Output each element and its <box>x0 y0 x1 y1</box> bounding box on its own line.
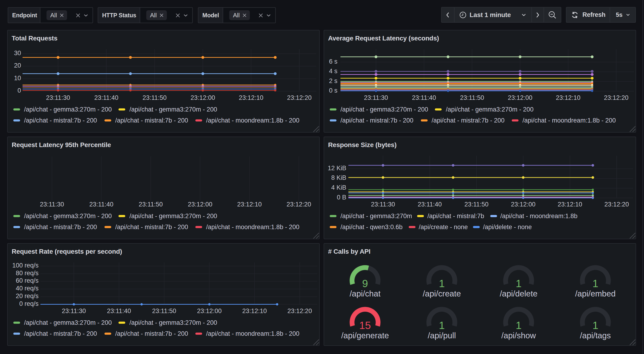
svg-text:/api/chat - gemma3:270m - 200: /api/chat - gemma3:270m - 200 <box>24 213 112 220</box>
svg-text:/api/chat - gemma3:270m - 200: /api/chat - gemma3:270m - 200 <box>24 319 112 326</box>
svg-text:1: 1 <box>439 319 445 331</box>
svg-text:30: 30 <box>14 50 21 57</box>
svg-text:/api/delete - none: /api/delete - none <box>483 223 532 231</box>
svg-text:23:11:40: 23:11:40 <box>418 201 442 208</box>
svg-text:/api/chat - moondream:1.8b - 2: /api/chat - moondream:1.8b - 200 <box>206 117 299 124</box>
svg-text:/api/chat - mistral:7b - 200: /api/chat - mistral:7b - 200 <box>432 117 504 124</box>
svg-text:/api/embed: /api/embed <box>575 289 616 298</box>
svg-text:/api/tags: /api/tags <box>580 331 611 340</box>
svg-text:23:12:00: 23:12:00 <box>508 94 532 101</box>
svg-text:23:12:10: 23:12:10 <box>556 94 580 101</box>
svg-text:23:11:50: 23:11:50 <box>464 201 488 208</box>
svg-text:15: 15 <box>359 319 371 331</box>
svg-text:20 req/s: 20 req/s <box>16 292 38 299</box>
svg-text:8 KiB: 8 KiB <box>331 174 346 181</box>
svg-text:23:11:50: 23:11:50 <box>460 94 484 101</box>
svg-text:23:12:00: 23:12:00 <box>511 201 535 208</box>
svg-text:/api/chat - mistral:7b - 200: /api/chat - mistral:7b - 200 <box>115 330 188 337</box>
svg-text:/api/chat - gemma3:270m: /api/chat - gemma3:270m <box>340 213 412 220</box>
svg-text:/api/chat - mistral:7b - 200: /api/chat - mistral:7b - 200 <box>24 117 97 124</box>
svg-text:4 s: 4 s <box>329 68 338 75</box>
svg-text:23:11:50: 23:11:50 <box>152 307 176 314</box>
svg-text:/api/create: /api/create <box>423 289 461 298</box>
svg-text:23:12:00: 23:12:00 <box>188 201 212 208</box>
svg-text:23:12:10: 23:12:10 <box>239 94 263 101</box>
svg-text:23:11:40: 23:11:40 <box>89 201 113 208</box>
svg-text:/api/create - none: /api/create - none <box>419 223 468 231</box>
svg-text:/api/chat - moondream:1.8b - 2: /api/chat - moondream:1.8b - 200 <box>522 117 616 124</box>
svg-text:/api/chat - moondream:1.8b: /api/chat - moondream:1.8b <box>500 213 578 220</box>
svg-text:9: 9 <box>362 277 368 289</box>
svg-text:/api/generate: /api/generate <box>341 331 389 340</box>
svg-text:23:12:10: 23:12:10 <box>237 201 262 208</box>
svg-text:23:11:40: 23:11:40 <box>94 94 118 101</box>
svg-text:23:11:50: 23:11:50 <box>142 94 166 101</box>
svg-text:20: 20 <box>14 62 21 69</box>
svg-text:23:11:50: 23:11:50 <box>138 201 163 208</box>
svg-text:1: 1 <box>439 277 445 289</box>
svg-text:/api/chat - mistral:7b - 200: /api/chat - mistral:7b - 200 <box>24 223 97 231</box>
svg-text:/api/delete: /api/delete <box>500 289 538 298</box>
svg-text:/api/chat - gemma3:270m - 200: /api/chat - gemma3:270m - 200 <box>130 213 217 220</box>
svg-text:23:12:20: 23:12:20 <box>604 201 629 208</box>
svg-text:/api/chat - gemma3:270m - 200: /api/chat - gemma3:270m - 200 <box>340 106 428 113</box>
svg-text:/api/chat - moondream:1.8b - 2: /api/chat - moondream:1.8b - 200 <box>206 223 299 231</box>
svg-text:10: 10 <box>14 75 21 82</box>
svg-text:23:12:20: 23:12:20 <box>604 94 628 101</box>
svg-text:0 B: 0 B <box>337 194 346 201</box>
svg-text:1: 1 <box>516 277 522 289</box>
svg-text:23:11:40: 23:11:40 <box>107 307 131 314</box>
svg-text:23:11:30: 23:11:30 <box>371 201 395 208</box>
svg-text:1: 1 <box>592 319 598 331</box>
svg-text:80 req/s: 80 req/s <box>16 270 38 277</box>
svg-text:23:12:20: 23:12:20 <box>287 94 312 101</box>
svg-text:/api/chat - mistral:7b - 200: /api/chat - mistral:7b - 200 <box>115 117 188 124</box>
svg-text:/api/chat - mistral:7b - 200: /api/chat - mistral:7b - 200 <box>115 223 188 231</box>
svg-text:/api/chat - gemma3:270m - 200: /api/chat - gemma3:270m - 200 <box>130 106 217 113</box>
svg-text:23:12:20: 23:12:20 <box>288 307 312 314</box>
svg-text:/api/chat - moondream:1.8b - 2: /api/chat - moondream:1.8b - 200 <box>206 330 299 337</box>
svg-text:/api/pull: /api/pull <box>428 331 456 340</box>
svg-text:23:12:20: 23:12:20 <box>286 201 311 208</box>
svg-text:4 KiB: 4 KiB <box>331 184 346 191</box>
svg-text:100 req/s: 100 req/s <box>12 262 38 269</box>
svg-text:/api/chat - mistral:7b: /api/chat - mistral:7b <box>428 213 484 220</box>
svg-text:/api/show: /api/show <box>501 331 536 340</box>
svg-text:/api/chat - gemma3:270m - 200: /api/chat - gemma3:270m - 200 <box>446 106 534 113</box>
svg-text:/api/chat - mistral:7b - 200: /api/chat - mistral:7b - 200 <box>340 117 413 124</box>
svg-text:0 req/s: 0 req/s <box>19 300 38 307</box>
svg-text:1: 1 <box>592 277 598 289</box>
svg-text:/api/chat - mistral:7b - 200: /api/chat - mistral:7b - 200 <box>24 330 97 337</box>
svg-text:1: 1 <box>516 319 522 331</box>
svg-text:23:11:30: 23:11:30 <box>40 201 64 208</box>
svg-text:/api/chat - gemma3:270m - 200: /api/chat - gemma3:270m - 200 <box>24 106 112 113</box>
svg-text:60 req/s: 60 req/s <box>16 277 38 284</box>
svg-text:0 s: 0 s <box>329 87 338 94</box>
svg-text:23:12:10: 23:12:10 <box>558 201 582 208</box>
svg-text:12 KiB: 12 KiB <box>328 165 346 172</box>
svg-text:2 s: 2 s <box>329 77 338 84</box>
svg-text:0: 0 <box>18 87 21 94</box>
svg-text:23:12:00: 23:12:00 <box>197 307 222 314</box>
svg-text:23:12:00: 23:12:00 <box>190 94 215 101</box>
svg-text:23:11:30: 23:11:30 <box>46 94 70 101</box>
svg-text:23:11:40: 23:11:40 <box>412 94 436 101</box>
svg-text:/api/chat: /api/chat <box>350 289 381 298</box>
svg-text:40 req/s: 40 req/s <box>16 285 38 292</box>
svg-text:23:11:30: 23:11:30 <box>364 94 388 101</box>
svg-text:/api/chat - qwen3:0.6b: /api/chat - qwen3:0.6b <box>340 223 402 231</box>
svg-text:6 s: 6 s <box>329 58 338 65</box>
svg-text:23:11:30: 23:11:30 <box>62 307 86 314</box>
svg-text:23:12:10: 23:12:10 <box>242 307 267 314</box>
svg-text:/api/chat - gemma3:270m - 200: /api/chat - gemma3:270m - 200 <box>130 319 217 326</box>
